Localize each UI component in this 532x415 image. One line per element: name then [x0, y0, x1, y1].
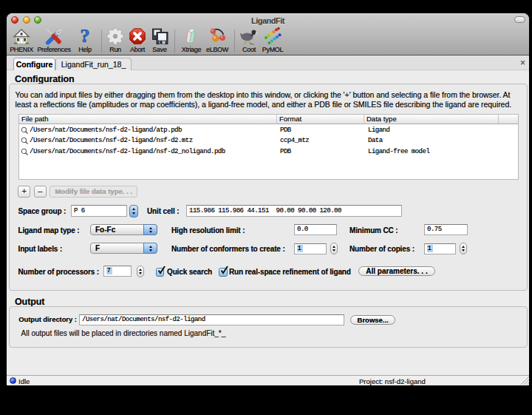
svg-text:?: ? [81, 27, 90, 45]
